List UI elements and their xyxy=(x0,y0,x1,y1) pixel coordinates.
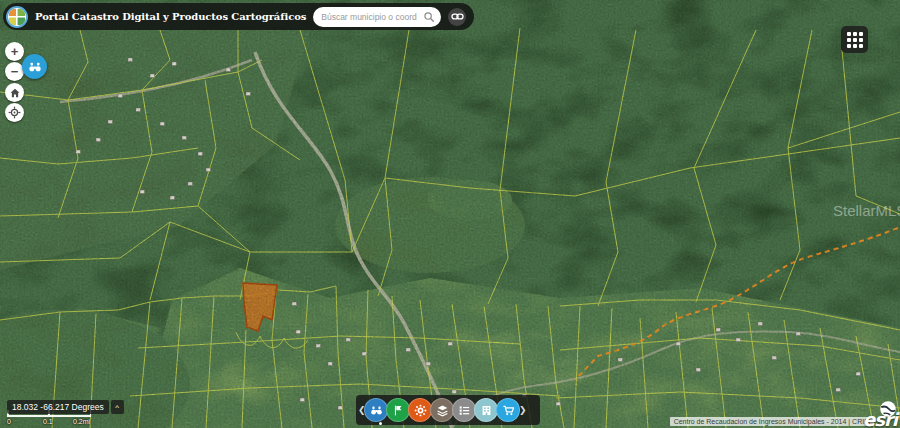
legend-list-icon xyxy=(458,404,471,417)
legend-tool-button[interactable] xyxy=(452,398,476,422)
esri-logo: esri xyxy=(851,400,897,428)
crosshair-target-icon xyxy=(8,106,21,119)
building-icon xyxy=(480,404,493,417)
layers-tool-button[interactable] xyxy=(430,398,454,422)
apps-menu-button[interactable] xyxy=(841,26,868,53)
esri-wordmark: esri xyxy=(863,409,897,428)
binoculars-icon xyxy=(370,404,383,417)
search-input[interactable] xyxy=(319,11,419,23)
toolbar-next-button[interactable]: ❯ xyxy=(519,405,526,415)
scale-bar: 0 0.1 0.2mi xyxy=(7,413,93,427)
widget-toolbar: ❮ xyxy=(356,395,540,425)
scale-tick-mid: 0.1 xyxy=(43,418,53,425)
app-grid-icon xyxy=(847,32,863,48)
home-icon xyxy=(9,87,21,99)
locate-me-button[interactable] xyxy=(5,103,24,122)
portal-logo-icon xyxy=(6,6,28,28)
cart-tool-button[interactable] xyxy=(496,398,520,422)
stellar-mls-watermark: StellarMLS xyxy=(833,202,900,219)
buildings-tool-button[interactable] xyxy=(474,398,498,422)
scale-tick-max: 0.2mi xyxy=(73,418,90,425)
flag-tool-button[interactable] xyxy=(386,398,410,422)
satellite-map[interactable] xyxy=(0,0,900,428)
flag-icon xyxy=(392,404,405,417)
gear-badge-icon xyxy=(414,404,427,417)
coordinate-widget: 18.032 -66.217 Degrees ^ xyxy=(7,400,124,414)
scale-tick-0: 0 xyxy=(7,418,11,425)
toolbar-page-indicator xyxy=(379,422,382,425)
link-chain-icon xyxy=(451,10,464,23)
page-title: Portal Catastro Digital y Productos Cart… xyxy=(35,11,306,22)
search-icon[interactable] xyxy=(423,11,435,23)
home-extent-button[interactable] xyxy=(5,83,24,102)
street-viewer-button[interactable] xyxy=(22,54,47,79)
services-tool-button[interactable] xyxy=(408,398,432,422)
header-bar: Portal Catastro Digital y Productos Cart… xyxy=(3,3,474,30)
explore-tool-button[interactable] xyxy=(364,398,388,422)
shopping-cart-icon xyxy=(502,404,515,417)
coordinate-expand-button[interactable]: ^ xyxy=(111,400,124,414)
search-box xyxy=(313,7,441,27)
binoculars-icon xyxy=(28,60,42,74)
layers-stack-icon xyxy=(436,404,449,417)
map-attribution: Centro de Recaudacion de Ingresos Munici… xyxy=(670,417,874,426)
cursor-coordinates: 18.032 -66.217 Degrees xyxy=(7,400,109,414)
map-viewport[interactable]: Portal Catastro Digital y Productos Cart… xyxy=(0,0,900,428)
share-link-button[interactable] xyxy=(448,8,466,26)
zoom-in-button[interactable]: + xyxy=(5,42,24,61)
